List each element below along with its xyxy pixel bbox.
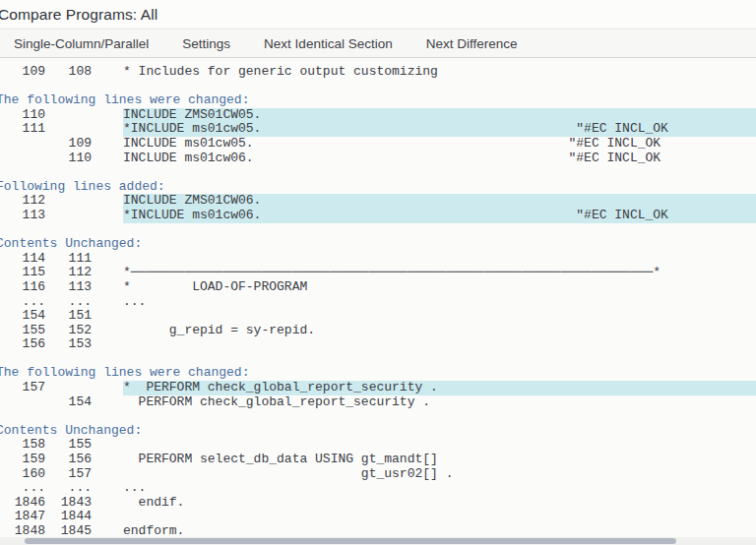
title-bar: Compare Programs: All: [0, 0, 756, 30]
diff-row: 18461843 endif.: [0, 496, 756, 511]
left-line-number: 115: [0, 266, 45, 280]
left-line-number: 154: [0, 309, 45, 324]
code-line: [123, 309, 756, 324]
right-line-number: 155: [45, 438, 92, 453]
diff-row: 115112*─────────────────────────────────…: [0, 266, 756, 280]
diff-row: 154 PERFORM check_global_report_security…: [0, 395, 756, 410]
diff-row: 154151: [0, 309, 756, 324]
diff-row: 18471844: [0, 510, 756, 524]
left-line-number: 155: [0, 324, 45, 338]
section-header: Following lines added:: [0, 180, 756, 195]
diff-row: .........: [0, 295, 756, 310]
left-line-number: 1846: [0, 496, 45, 511]
right-line-number: [45, 209, 92, 223]
right-line-number: 157: [45, 467, 92, 482]
page-title: Compare Programs: All: [0, 6, 756, 24]
code-line: * Includes for generic output customizin…: [123, 65, 756, 80]
code-line: * LOAD-OF-PROGRAM: [123, 280, 756, 295]
code-line: PERFORM select_db_data USING gt_mandt[]: [123, 453, 756, 467]
right-line-number: 156: [45, 453, 92, 467]
right-line-number: ...: [45, 295, 92, 310]
left-line-number: ...: [0, 295, 45, 310]
left-line-number: 111: [0, 122, 45, 137]
left-line-number: [0, 151, 45, 166]
code-line: [123, 510, 756, 524]
left-line-number: 110: [0, 108, 45, 123]
right-line-number: 153: [45, 337, 92, 352]
left-line-number: 157: [0, 381, 45, 395]
right-line-number: 1844: [45, 510, 92, 524]
left-line-number: 112: [0, 194, 45, 209]
diff-row: 110INCLUDE ZMS01CW05.: [0, 108, 756, 123]
diff-row: 109INCLUDE ms01cw05. "#EC INCL_OK: [0, 137, 756, 151]
diff-row: 110INCLUDE ms01cw06. "#EC INCL_OK: [0, 151, 756, 166]
horizontal-scrollbar-thumb[interactable]: [25, 538, 676, 544]
section-gap: [0, 223, 756, 238]
diff-row: 114111: [0, 252, 756, 267]
code-line: [123, 337, 756, 352]
right-line-number: 110: [45, 151, 92, 166]
code-line-changed: *INCLUDE ms01cw05. "#EC INCL_OK: [123, 122, 756, 137]
code-line-changed: * PERFORM check_global_report_security .: [123, 381, 756, 395]
diff-row: 112INCLUDE ZMS01CW06.: [0, 194, 756, 209]
section-gap: [0, 165, 756, 180]
diff-row: 158155: [0, 438, 756, 453]
right-line-number: ...: [45, 481, 92, 496]
button-next-identical-section[interactable]: Next Identical Section: [264, 36, 393, 51]
code-line: *───────────────────────────────────────…: [123, 266, 756, 280]
diff-row: 157* PERFORM check_global_report_securit…: [0, 381, 756, 395]
toolbar: Single-Column/Parallel Settings Next Ide…: [0, 30, 756, 58]
section-gap: [0, 80, 756, 94]
code-line: gt_usr02[] .: [123, 467, 756, 482]
diff-row: 116113* LOAD-OF-PROGRAM: [0, 280, 756, 295]
section-header: Contents Unchanged:: [0, 424, 756, 439]
code-line: PERFORM check_global_report_security .: [123, 395, 756, 410]
diff-row: 113*INCLUDE ms01cw06. "#EC INCL_OK: [0, 209, 756, 223]
left-line-number: [0, 395, 45, 410]
code-line-changed: *INCLUDE ms01cw06. "#EC INCL_OK: [123, 209, 756, 223]
left-line-number: 158: [0, 438, 45, 453]
right-line-number: 112: [45, 266, 92, 280]
diff-row: 159156 PERFORM select_db_data USING gt_m…: [0, 453, 756, 467]
right-line-number: 151: [45, 309, 92, 324]
left-line-number: 114: [0, 252, 45, 267]
code-line: g_repid = sy-repid.: [123, 324, 756, 338]
code-line: INCLUDE ms01cw06. "#EC INCL_OK: [123, 151, 756, 166]
right-line-number: 111: [45, 252, 92, 267]
left-line-number: 109: [0, 65, 45, 80]
code-line: ...: [123, 481, 756, 496]
left-line-number: 1847: [0, 510, 45, 524]
section-header: Contents Unchanged:: [0, 237, 756, 252]
right-line-number: 154: [45, 395, 92, 410]
code-line: endif.: [123, 496, 756, 511]
code-line: ...: [123, 295, 756, 310]
left-line-number: 116: [0, 280, 45, 295]
right-line-number: 1843: [45, 496, 92, 511]
horizontal-scrollbar[interactable]: [0, 537, 756, 545]
diff-row: 155152 g_repid = sy-repid.: [0, 324, 756, 338]
code-line: INCLUDE ms01cw05. "#EC INCL_OK: [123, 137, 756, 151]
diff-view: 109108* Includes for generic output cust…: [0, 58, 756, 539]
right-line-number: 152: [45, 324, 92, 338]
diff-row: 111*INCLUDE ms01cw05. "#EC INCL_OK: [0, 122, 756, 137]
right-line-number: [45, 194, 92, 209]
button-single-column-parallel[interactable]: Single-Column/Parallel: [14, 36, 149, 51]
diff-row: 109108* Includes for generic output cust…: [0, 65, 756, 80]
left-line-number: 160: [0, 467, 45, 482]
right-line-number: 109: [45, 137, 92, 151]
button-next-difference[interactable]: Next Difference: [426, 36, 518, 51]
right-line-number: [45, 108, 92, 123]
right-line-number: [45, 122, 92, 137]
section-gap: [0, 352, 756, 367]
code-line-changed: INCLUDE ZMS01CW05.: [123, 108, 756, 123]
section-header: The following lines were changed:: [0, 366, 756, 381]
diff-row: 160157 gt_usr02[] .: [0, 467, 756, 482]
left-line-number: [0, 137, 45, 151]
button-settings[interactable]: Settings: [182, 36, 230, 51]
left-line-number: 159: [0, 453, 45, 467]
left-line-number: 156: [0, 337, 45, 352]
right-line-number: [45, 381, 92, 395]
code-line: [123, 252, 756, 267]
section-header: The following lines were changed:: [0, 93, 756, 108]
right-line-number: 113: [45, 280, 92, 295]
